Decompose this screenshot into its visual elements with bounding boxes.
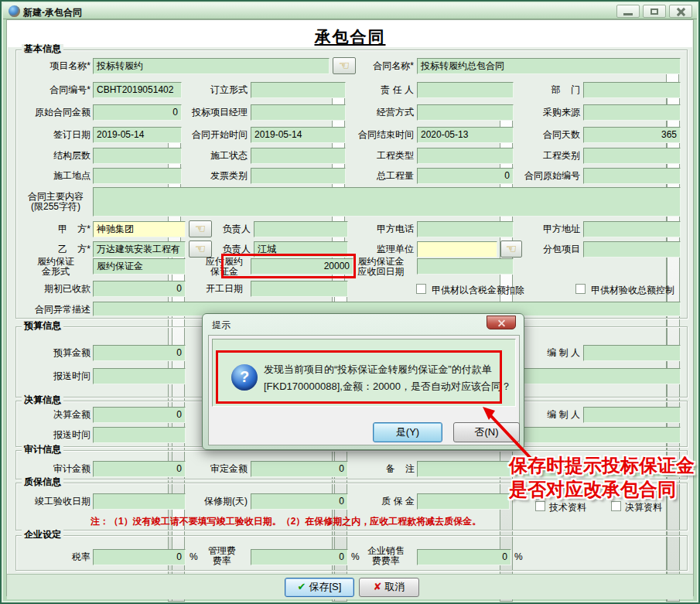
final-docs-checkbox[interactable] (611, 501, 621, 511)
final-submit-field[interactable] (93, 427, 186, 443)
party-a-address-field[interactable] (583, 221, 681, 237)
department-select[interactable] (583, 82, 681, 98)
purchase-source-select[interactable] (583, 104, 681, 121)
app-window: 新建-承包合同 承包合同 基本信息 项目名称* 投标转履约 ☜ 合同名称* 投标… (0, 0, 700, 604)
supervisor-label: 监理单位 (351, 244, 414, 254)
responsible-field[interactable] (417, 82, 514, 98)
construction-status-select[interactable] (251, 148, 346, 164)
dialog-close-button[interactable] (487, 316, 516, 329)
sign-date-label: 签订日期 (21, 130, 90, 140)
tax-rate-field[interactable]: 0 (93, 549, 186, 565)
audit-amount-field[interactable]: 0 (93, 461, 186, 477)
group-basic-legend: 基本信息 (22, 44, 63, 54)
audit-amount-label: 审计金额 (21, 464, 90, 474)
start-date-label: 合同开始时间 (185, 130, 248, 140)
start-date-field[interactable]: 2019-05-14 (251, 127, 346, 143)
app-logo-icon (9, 5, 20, 17)
approved-amount-field[interactable]: 0 (251, 461, 348, 477)
original-no-label: 合同原始编号 (521, 171, 580, 181)
mgmt-fee-label: 管理费 费率 (199, 546, 245, 566)
supervisor-picker-button[interactable]: ☜ (500, 241, 522, 258)
floors-select[interactable] (93, 148, 182, 164)
party-a-phone-label: 甲方电话 (351, 224, 414, 234)
final-submit-label: 报送时间 (21, 430, 90, 440)
sign-date-field[interactable]: 2019-05-14 (93, 127, 182, 143)
open-date-label: 开工日期 (195, 284, 243, 294)
close-button[interactable] (669, 5, 692, 18)
site-select[interactable] (93, 168, 182, 184)
warranty-fund-field[interactable] (417, 493, 510, 510)
party-a-picker-button[interactable]: ☜ (189, 220, 212, 237)
original-amount-label: 原始合同金额 (21, 107, 90, 118)
tech-docs-checkbox-label: 技术资料 (549, 501, 586, 514)
end-date-field[interactable]: 2020-05-13 (417, 127, 514, 143)
project-name-field[interactable]: 投标转履约 (93, 58, 330, 74)
construction-status-label: 施工状态 (185, 151, 248, 161)
dialog-yes-button[interactable]: 是(Y) (373, 422, 442, 442)
group-final-legend: 决算信息 (22, 395, 63, 405)
invoice-type-select[interactable] (251, 168, 346, 184)
abnormal-desc-label: 合同异常描述 (21, 305, 90, 315)
final-amount-field[interactable]: 0 (93, 407, 186, 423)
party-a-phone-field[interactable] (417, 221, 514, 237)
deposit-form-select[interactable]: 履约保证金 (93, 258, 186, 275)
supervisor-field[interactable] (417, 241, 497, 258)
material-accept-checkbox[interactable] (575, 284, 586, 294)
original-amount-field[interactable]: 0 (93, 104, 182, 121)
budget-submit-field[interactable] (93, 368, 186, 384)
approved-amount-label: 审定金额 (187, 464, 248, 474)
project-type-select[interactable] (417, 148, 514, 164)
project-class-select[interactable] (583, 148, 681, 164)
material-tax-checkbox[interactable] (416, 284, 426, 294)
acceptance-date-select[interactable] (93, 493, 186, 510)
budget-editor-field[interactable] (583, 345, 681, 361)
purchase-source-label: 采购来源 (521, 107, 580, 118)
group-warranty-legend: 质保信息 (22, 477, 63, 487)
save-button[interactable]: ✔保存[S] (285, 578, 354, 597)
invoice-type-label: 发票类别 (185, 171, 248, 181)
form-type-select[interactable] (251, 82, 346, 98)
minimize-button[interactable] (616, 5, 640, 18)
biz-mode-label: 经营方式 (351, 107, 414, 118)
group-budget-legend: 预算信息 (22, 321, 63, 331)
contract-no-field[interactable]: CBHT2019051402 (93, 82, 182, 98)
project-name-label: 项目名称* (21, 61, 90, 71)
warranty-note: 注：（1）没有竣工请不要填写竣工验收日期。（2）在保修期之内，应收工程款将减去质… (90, 515, 481, 528)
bid-pm-select[interactable] (251, 104, 346, 121)
tech-docs-checkbox[interactable] (535, 501, 545, 511)
party-b-picker-button[interactable]: ☜ (189, 241, 212, 258)
maximize-button[interactable] (643, 5, 666, 18)
open-date-select[interactable] (251, 281, 348, 297)
mgmt-fee-field[interactable]: 0 (251, 549, 348, 565)
initial-received-field[interactable]: 0 (93, 281, 186, 297)
party-a-head-field[interactable] (254, 221, 348, 237)
deposit-return-date-select[interactable] (417, 258, 514, 275)
subproject-field[interactable] (583, 241, 681, 258)
project-type-label: 工程类型 (351, 151, 414, 161)
window-titlebar: 新建-承包合同 (3, 3, 697, 19)
final-editor-field[interactable] (583, 407, 681, 423)
party-a-field[interactable]: 神驰集团 (93, 221, 186, 237)
cancel-button[interactable]: ✘取消 (359, 578, 419, 597)
sales-fee-field[interactable]: 0 (417, 549, 511, 565)
subproject-label: 分包项目 (521, 244, 580, 254)
hand-pointer-icon: ☜ (195, 242, 206, 255)
party-b-select[interactable]: 万达建筑安装工程有 (93, 241, 186, 258)
dialog-no-button[interactable]: 否(N) (453, 422, 520, 442)
warranty-period-field[interactable]: 0 (251, 493, 348, 510)
quantity-label: 总工程量 (351, 171, 414, 181)
quantity-field[interactable]: 0 (417, 168, 514, 184)
main-content-textarea[interactable] (93, 187, 681, 217)
hand-pointer-icon: ☜ (506, 242, 517, 255)
save-button-label: 保存[S] (309, 581, 342, 592)
biz-mode-select[interactable] (417, 104, 514, 121)
party-a-address-label: 甲方地址 (521, 224, 580, 234)
floors-label: 结构层数 (21, 151, 90, 161)
budget-amount-field[interactable]: 0 (93, 345, 186, 361)
initial-received-label: 期初已收款 (21, 284, 90, 294)
contract-name-select[interactable]: 投标转履约总包合同 (417, 58, 681, 74)
hand-pointer-icon: ☜ (339, 59, 350, 72)
group-enterprise-legend: 企业设定 (22, 530, 63, 540)
contract-days-field[interactable]: 365 (583, 127, 681, 143)
original-no-field[interactable] (583, 168, 681, 184)
